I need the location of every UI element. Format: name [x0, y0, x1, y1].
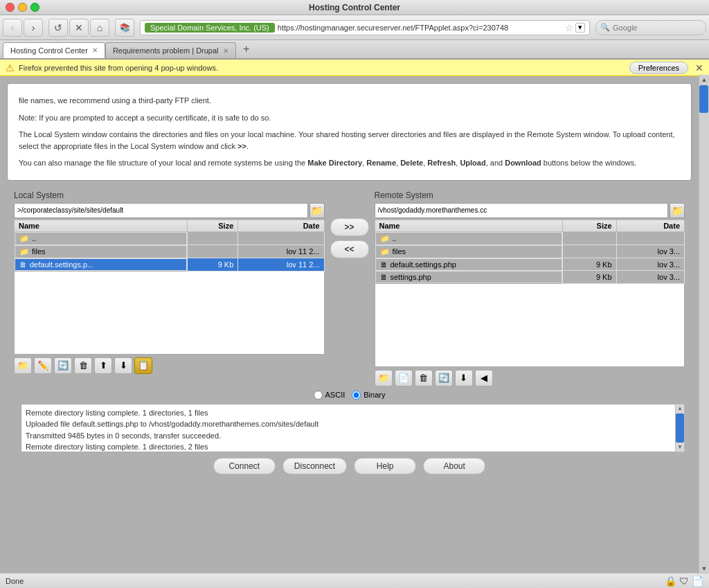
local-refresh-button[interactable]: 🔄: [54, 357, 72, 374]
table-row[interactable]: 🗎settings.php 9 Kb lov 3...: [375, 271, 685, 284]
tab-drupal-close[interactable]: ✕: [223, 47, 228, 55]
help-button[interactable]: Help: [354, 458, 416, 474]
scroll-thumb[interactable]: [699, 85, 708, 113]
scroll-up-arrow[interactable]: ▲: [700, 75, 709, 84]
table-row[interactable]: 📁files lov 11 2...: [15, 245, 325, 258]
remote-row-dotdot-name: 📁..: [375, 232, 563, 245]
table-row[interactable]: 🗎default.settings.p... 9 Kb lov 11 2...: [15, 258, 325, 271]
preferences-button[interactable]: Preferences: [629, 62, 688, 74]
remote-row-files-date: lov 3...: [616, 245, 684, 258]
url-input[interactable]: [278, 24, 562, 32]
scroll-track[interactable]: [699, 84, 709, 564]
remote-path-input[interactable]: [375, 203, 669, 218]
log-scroll-down[interactable]: ▼: [677, 443, 683, 452]
binary-radio[interactable]: [352, 391, 361, 400]
stop-button[interactable]: ✕: [69, 19, 89, 37]
remote-path-bar: 📁: [375, 203, 685, 218]
remote-browse-button[interactable]: 📁: [670, 203, 685, 218]
upload-button[interactable]: >>: [330, 218, 369, 236]
notification-close-icon[interactable]: ✕: [695, 62, 703, 73]
table-row[interactable]: 📁..: [375, 231, 685, 245]
local-system-panel: Local System 📁 Name Size Date: [14, 190, 325, 374]
local-row-dotdot-name: 📁..: [15, 232, 187, 245]
site-badge: Special Domain Services, Inc. (US): [145, 23, 275, 33]
tab-hosting-close[interactable]: ✕: [92, 46, 98, 54]
maximize-button[interactable]: [30, 3, 39, 12]
local-row-files-name: 📁files: [15, 245, 187, 258]
ftp-panels: Local System 📁 Name Size Date: [14, 190, 685, 386]
search-input[interactable]: [613, 24, 708, 32]
back-button[interactable]: ‹: [3, 19, 22, 37]
notification-bar: ⚠ Firefox prevented this site from openi…: [0, 60, 709, 76]
scroll-down-arrow[interactable]: ▼: [700, 564, 709, 573]
local-edit-button[interactable]: ✏️: [34, 357, 52, 374]
local-col-date: Date: [238, 220, 324, 231]
warning-icon: ⚠: [6, 62, 15, 73]
local-download-button[interactable]: ⬇: [114, 357, 132, 374]
log-scroll-up[interactable]: ▲: [677, 404, 683, 413]
remote-refresh-button[interactable]: 🔄: [435, 370, 453, 386]
main-scrollbar[interactable]: ▲ ▼: [699, 75, 709, 573]
action-buttons: Connect Disconnect Help About: [7, 458, 692, 474]
binary-radio-label[interactable]: Binary: [352, 391, 385, 400]
local-col-size: Size: [188, 220, 238, 231]
local-row-settings-size: 9 Kb: [188, 258, 238, 271]
about-button[interactable]: About: [423, 458, 485, 474]
local-row-dotdot-date: [238, 231, 324, 245]
php-file-icon: 🗎: [19, 260, 27, 269]
dropdown-btn[interactable]: ▾: [575, 23, 585, 33]
remote-back-button[interactable]: ◀: [475, 370, 493, 386]
local-path-input[interactable]: [14, 203, 308, 218]
close-button[interactable]: [6, 3, 15, 12]
remote-row-files-name: 📁files: [375, 245, 563, 258]
local-toolbar: 📁 ✏️ 🔄 🗑 ⬆ ⬇ 📋: [14, 357, 325, 374]
ascii-radio-label[interactable]: ASCII: [314, 391, 345, 400]
search-box[interactable]: 🔍 ▶: [595, 20, 706, 35]
local-extra-button[interactable]: 📋: [134, 357, 152, 374]
remote-row-default-size: 9 Kb: [563, 258, 616, 271]
titlebar: Hosting Control Center: [0, 0, 709, 15]
tab-drupal[interactable]: Requirements problem | Drupal ✕: [105, 42, 236, 58]
reload-button[interactable]: ↺: [48, 19, 68, 37]
folder-up-icon: 📁: [380, 234, 390, 243]
table-row[interactable]: 📁..: [15, 231, 325, 245]
table-row[interactable]: 🗎default.settings.php 9 Kb lov 3...: [375, 258, 685, 271]
bookmark-star-icon[interactable]: ☆: [565, 22, 574, 33]
connect-button[interactable]: Connect: [213, 458, 276, 474]
remote-toolbar: 📁 📄 🗑 🔄 ⬇ ◀: [375, 370, 685, 386]
note3: You can also manage the file structure o…: [19, 157, 680, 169]
log-scroll-thumb[interactable]: [676, 413, 684, 443]
statusbar-right: 🔒 🛡 📄: [665, 576, 703, 587]
remote-row-settings-date: lov 3...: [616, 271, 684, 284]
intro-text: file names, we recommend using a third-p…: [19, 95, 680, 107]
binary-label: Binary: [364, 391, 385, 399]
remote-row-files-size: [563, 245, 616, 258]
note1: Note: If you are prompted to accept a se…: [19, 112, 680, 124]
remote-mkdir-button[interactable]: 📁: [375, 370, 393, 386]
bookmark-button[interactable]: 📚: [115, 19, 134, 37]
download-button[interactable]: <<: [330, 240, 369, 258]
local-upload-button[interactable]: ⬆: [94, 357, 112, 374]
log-scrollbar[interactable]: ▲ ▼: [675, 404, 685, 452]
disconnect-button[interactable]: Disconnect: [282, 458, 347, 474]
local-mkdir-button[interactable]: 📁: [14, 357, 32, 374]
transfer-mode: ASCII Binary: [7, 391, 692, 400]
remote-delete-button[interactable]: 🗑: [415, 370, 433, 386]
ascii-radio[interactable]: [314, 391, 323, 400]
table-row[interactable]: 📁files lov 3...: [375, 245, 685, 258]
local-browse-button[interactable]: 📁: [309, 203, 325, 218]
address-bar[interactable]: Special Domain Services, Inc. (US) ☆ ▾: [140, 20, 590, 35]
tab-hosting[interactable]: Hosting Control Center ✕: [3, 42, 105, 58]
remote-download2-button[interactable]: ⬇: [455, 370, 473, 386]
minimize-button[interactable]: [18, 3, 27, 12]
page-icon: 📄: [692, 576, 703, 587]
window-title: Hosting Control Center: [309, 3, 400, 12]
home-button[interactable]: ⌂: [90, 19, 109, 37]
folder-icon: 📁: [380, 247, 390, 256]
remote-newfile-button[interactable]: 📄: [395, 370, 413, 386]
lock-icon: 🔒: [665, 576, 676, 587]
window-controls[interactable]: [6, 3, 39, 12]
new-tab-button[interactable]: +: [239, 42, 254, 57]
forward-button[interactable]: ›: [24, 19, 43, 37]
local-delete-button[interactable]: 🗑: [74, 357, 92, 374]
